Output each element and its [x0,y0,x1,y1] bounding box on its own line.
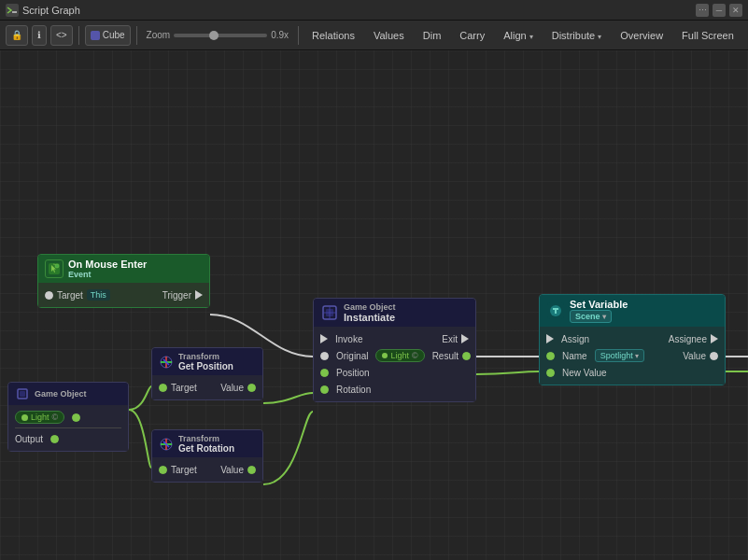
instantiate-position-row: Position [320,364,469,381]
exit-label: Exit [442,334,458,344]
menu-dots-button[interactable]: ⋯ [696,4,709,17]
code-button[interactable]: <> [50,25,73,46]
set-var-title: Set Variable [570,299,628,310]
instantiate-rotation-port-left[interactable] [320,385,329,394]
node-get-position[interactable]: Transform Get Position Target Value [151,347,263,400]
set-var-name-row: Name Spotlight ▾ Value [546,347,718,364]
trigger-port-right[interactable] [195,290,203,300]
titlebar-controls: ⋯ ─ ✕ [696,4,742,17]
mouse-enter-target-row: Target This Trigger [45,287,203,303]
tab-dim[interactable]: Dim [416,25,449,46]
close-button[interactable]: ✕ [729,4,742,17]
instantiate-invoke-row: Invoke Exit [320,330,469,347]
set-var-assign-port-left[interactable] [546,334,554,343]
get-pos-value-label: Value [220,383,244,393]
instantiate-original-port-left[interactable] [320,352,329,360]
target-port-left[interactable] [45,291,53,300]
node-set-var-body: Assign Assignee Name Spotlight ▾ Value N… [540,327,725,385]
scene-tag: Scene ▾ [570,310,612,323]
node-instantiate[interactable]: Game Object Instantiate Invoke Exit Orig… [313,298,476,402]
separator-2 [136,26,137,45]
zoom-container: Zoom 0.9x [147,30,289,40]
output-port-right[interactable] [50,435,59,443]
result-label: Result [432,351,459,361]
node-get-rot-body: Target Value [152,457,262,482]
set-var-value-port-right[interactable] [710,352,718,360]
instantiate-icon [320,303,339,322]
align-dropdown-arrow: ▾ [529,33,533,41]
tab-distribute[interactable]: Distribute ▾ [544,25,610,46]
instantiate-position-port-left[interactable] [320,369,329,377]
set-var-icon [546,301,565,320]
svg-line-6 [53,264,56,265]
tab-overview[interactable]: Overview [613,25,670,46]
node-mouse-enter-sub: Event [68,270,147,279]
code-icon: <> [56,30,67,40]
zoom-value: 0.9x [271,30,289,40]
titlebar: Script Graph ⋯ ─ ✕ [0,0,748,21]
instantiate-exit-port-right[interactable] [461,334,469,343]
transform-rot-icon [159,437,174,452]
distribute-dropdown-arrow: ▾ [598,33,601,41]
toolbar: 🔒 ℹ <> Cube Zoom 0.9x Relations Values D… [0,21,748,50]
get-pos-target-port-left[interactable] [159,384,167,392]
separator-3 [298,26,299,45]
instantiate-invoke-port-left[interactable] [320,334,328,343]
name-label: Name [562,351,587,361]
get-pos-target-label: Target [171,383,197,393]
node-get-pos-body: Target Value [152,375,262,399]
set-var-name-port-left[interactable] [546,352,555,360]
tab-carry[interactable]: Carry [452,25,492,46]
get-rot-target-label: Target [171,465,197,475]
cube-button[interactable]: Cube [85,25,131,46]
node-instantiate-body: Invoke Exit Original Light © Result [314,327,475,401]
position-label: Position [336,368,370,378]
instantiate-light-badge: Light © [375,349,424,362]
canvas[interactable]: On Mouse Enter Event Target This Trigger [0,50,748,560]
lock-button[interactable]: 🔒 [6,25,28,46]
node-get-pos-header: Transform Get Position [152,348,262,375]
separator-1 [78,26,79,45]
zoom-label: Zoom [147,30,171,40]
this-badge: This [87,289,110,301]
gameobj-light-port-right[interactable] [72,413,80,422]
node-get-rotation[interactable]: Transform Get Rotation Target Value [151,429,263,483]
gameobj-output-row: Output [15,430,121,447]
set-var-newvalue-port-left[interactable] [546,369,555,377]
spotlight-dropdown[interactable]: Spotlight ▾ [595,349,644,362]
scene-dropdown-arrow: ▾ [602,313,606,321]
lock-icon: 🔒 [11,30,22,40]
set-var-assignee-port-right[interactable] [711,334,718,343]
get-pos-value-port-right[interactable] [247,384,256,392]
node-gameobj-left-body: Light © Output [8,405,128,451]
tab-align[interactable]: Align ▾ [496,25,541,46]
target-label: Target [57,290,83,301]
gameobj-left-icon [15,386,30,401]
zoom-slider[interactable] [174,34,267,37]
tab-fullscreen[interactable]: Full Screen [674,25,741,46]
info-button[interactable]: ℹ [32,25,47,46]
minimize-button[interactable]: ─ [713,4,726,17]
node-mouse-enter[interactable]: On Mouse Enter Event Target This Trigger [37,254,210,308]
output-label: Output [15,434,43,444]
assignee-label: Assignee [669,334,707,344]
node-mouse-enter-title: On Mouse Enter [68,259,147,270]
instantiate-result-port-right[interactable] [462,352,471,360]
instantiate-rotation-row: Rotation [320,381,469,398]
get-pos-sub: Get Position [178,361,233,371]
light-dot [21,414,28,421]
node-set-variable[interactable]: Set Variable Scene ▾ Assign Assignee Nam… [539,294,726,385]
svg-rect-9 [20,391,25,397]
gameobj-light-row: Light © [15,409,121,426]
tab-values[interactable]: Values [366,25,412,46]
invoke-label: Invoke [335,334,362,344]
tab-relations[interactable]: Relations [304,25,362,46]
get-pos-target-row: Target Value [159,379,256,396]
get-rot-target-port-left[interactable] [159,466,167,474]
svg-point-5 [55,264,59,268]
assign-label: Assign [561,334,589,344]
original-label: Original [336,351,368,361]
get-rot-value-port-right[interactable] [247,466,256,474]
node-gameobj-left[interactable]: Game Object Light © Output [7,382,129,452]
mouse-enter-icon [45,259,64,278]
